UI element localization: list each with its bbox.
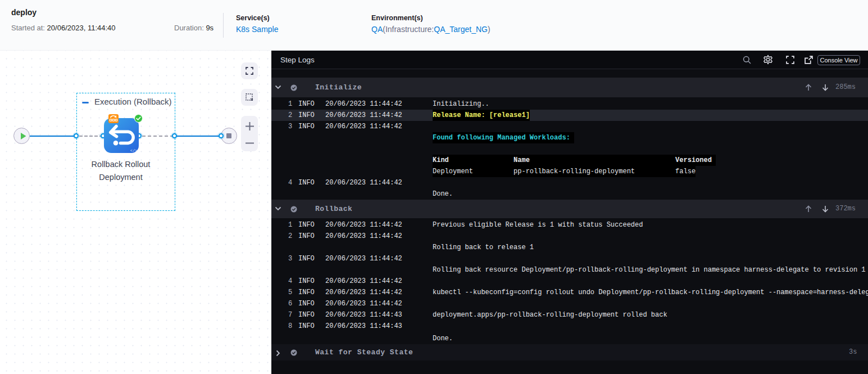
svg-text:</>: </> [130,148,138,153]
